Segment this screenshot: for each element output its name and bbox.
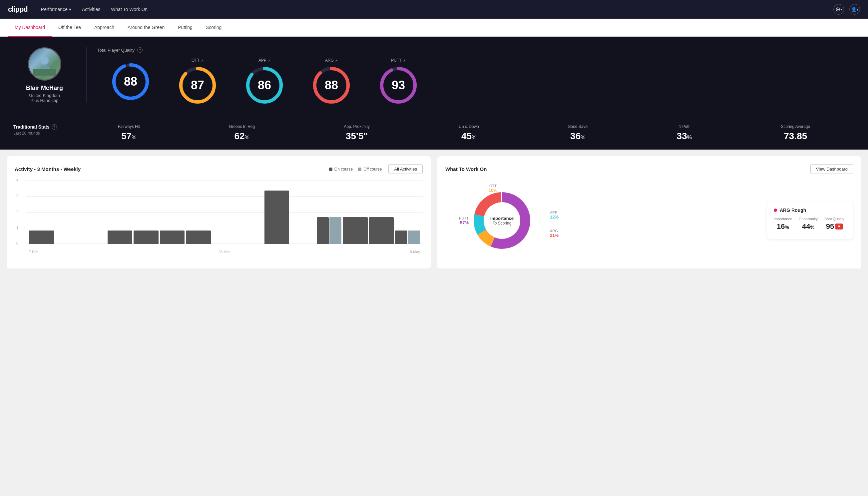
nav-links: Performance ▾ Activities What To Work On bbox=[41, 7, 833, 12]
stat-scoring-average: Scoring Average 73.85 bbox=[781, 124, 810, 142]
stats-help-icon[interactable]: ? bbox=[52, 124, 57, 129]
add-dropdown-icon: ▾ bbox=[840, 7, 842, 11]
stats-items: Fairways Hit 57% Greens In Reg 62% App. … bbox=[73, 124, 855, 142]
scores-section: Total Player Quality ? 88 bbox=[86, 47, 855, 105]
user-menu-button[interactable]: 👤 ▾ bbox=[849, 4, 860, 15]
donut-chart: Importance To Scoring bbox=[469, 187, 535, 254]
bottom-panels: Activity - 3 Months - Weekly On course O… bbox=[0, 150, 868, 275]
donut-label-app: APP 12% bbox=[550, 211, 558, 219]
activity-panel-header: Activity - 3 Months - Weekly On course O… bbox=[15, 164, 423, 174]
bar-group bbox=[186, 231, 211, 244]
user-icon: 👤 bbox=[851, 7, 857, 12]
stats-bar: Traditional Stats ? Last 20 rounds Fairw… bbox=[0, 116, 868, 150]
nav-performance[interactable]: Performance ▾ bbox=[41, 7, 71, 12]
what-to-work-on-panel: What To Work On View Dashboard PUTT 57% bbox=[437, 156, 861, 268]
metric-opportunity: Opportunity 44% bbox=[799, 217, 818, 231]
score-overall: 88 bbox=[97, 62, 164, 102]
tab-scoring[interactable]: Scoring bbox=[199, 19, 228, 37]
help-icon[interactable]: ? bbox=[137, 47, 143, 52]
bar-group bbox=[369, 217, 394, 244]
player-name: Blair McHarg bbox=[26, 84, 63, 92]
hero-section: Blair McHarg United Kingdom Plus Handica… bbox=[0, 37, 868, 116]
stat-sand-save: Sand Save 36% bbox=[568, 124, 587, 142]
wtwon-panel-header: What To Work On View Dashboard bbox=[445, 164, 853, 174]
scores-title: Total Player Quality bbox=[97, 48, 135, 52]
bar-chart: 4 3 2 1 0 7 Feb 28 Mar 9 May bbox=[15, 181, 423, 254]
info-card-title: ARG Rough bbox=[780, 207, 806, 213]
nav-activities[interactable]: Activities bbox=[82, 7, 100, 12]
info-card-header: ARG Rough bbox=[774, 207, 846, 213]
player-card: Blair McHarg United Kingdom Plus Handica… bbox=[13, 47, 86, 103]
logo[interactable]: clippd bbox=[8, 5, 28, 14]
app-arrow-icon: ↗ bbox=[268, 59, 270, 62]
score-rings: 88 OTT ↗ 87 bbox=[97, 58, 855, 105]
off-course-dot bbox=[358, 168, 361, 171]
bar-group bbox=[343, 217, 368, 244]
score-app: APP ↗ 86 bbox=[231, 58, 298, 105]
app-score: 86 bbox=[258, 78, 271, 92]
svg-point-0 bbox=[41, 57, 49, 65]
ott-arrow-icon: ↗ bbox=[201, 59, 204, 62]
score-putt: PUTT ↗ 93 bbox=[365, 58, 432, 105]
player-country: United Kingdom bbox=[29, 93, 60, 98]
bar-group bbox=[265, 190, 289, 244]
svg-rect-2 bbox=[33, 69, 56, 76]
donut-label-ott: OTT 10% bbox=[489, 184, 497, 193]
wtwon-panel-title: What To Work On bbox=[445, 166, 487, 172]
traditional-stats-label: Traditional Stats bbox=[13, 124, 50, 129]
stats-label-section: Traditional Stats ? Last 20 rounds bbox=[13, 124, 73, 136]
bar-group bbox=[108, 231, 132, 244]
score-arg: ARG ↗ 88 bbox=[298, 58, 365, 105]
all-activities-button[interactable]: All Activities bbox=[388, 164, 423, 174]
info-card: ARG Rough Importance 16% Opportunity 44% bbox=[767, 202, 853, 239]
avatar-image bbox=[33, 52, 56, 76]
legend-off-course: Off course bbox=[358, 167, 382, 172]
bar-group bbox=[160, 231, 185, 244]
view-dashboard-button[interactable]: View Dashboard bbox=[810, 164, 853, 174]
score-ott: OTT ↗ 87 bbox=[164, 58, 231, 105]
donut-label-putt: PUTT 57% bbox=[445, 216, 469, 225]
stat-app-proximity: App. Proximity 35'5" bbox=[344, 124, 370, 142]
ott-score: 87 bbox=[191, 78, 204, 92]
donut-center: Importance To Scoring bbox=[490, 216, 514, 226]
nav-right: ⊕ ▾ 👤 ▾ bbox=[833, 4, 860, 15]
donut-label-arg: ARG 21% bbox=[550, 229, 558, 238]
info-card-metrics: Importance 16% Opportunity 44% Shot Qual… bbox=[774, 217, 846, 231]
on-course-dot bbox=[329, 168, 332, 171]
bars-container bbox=[26, 181, 423, 244]
metric-importance: Importance 16% bbox=[774, 217, 792, 231]
activity-panel-title: Activity - 3 Months - Weekly bbox=[15, 166, 81, 172]
activity-legend: On course Off course bbox=[329, 167, 382, 172]
arg-arrow-icon: ↗ bbox=[335, 59, 338, 62]
legend-on-course: On course bbox=[329, 167, 353, 172]
player-handicap: Plus Handicap bbox=[31, 98, 59, 103]
shot-quality-badge: ▼ bbox=[835, 223, 843, 230]
tab-putting[interactable]: Putting bbox=[171, 19, 199, 37]
putt-arrow-icon: ↗ bbox=[403, 59, 406, 62]
tab-bar: My Dashboard Off the Tee Approach Around… bbox=[0, 19, 868, 37]
top-nav: clippd Performance ▾ Activities What To … bbox=[0, 0, 868, 19]
stat-fairways-hit: Fairways Hit 57% bbox=[118, 124, 140, 142]
overall-score: 88 bbox=[124, 75, 137, 89]
logo-d: d bbox=[23, 5, 27, 13]
stat-1-putt: 1 Putt 33% bbox=[677, 124, 692, 142]
tab-off-the-tee[interactable]: Off the Tee bbox=[52, 19, 88, 37]
bar-group bbox=[133, 231, 159, 244]
activity-panel: Activity - 3 Months - Weekly On course O… bbox=[7, 156, 431, 268]
donut-section: PUTT 57% Impo bbox=[445, 181, 853, 261]
avatar bbox=[28, 47, 61, 81]
stat-up-and-down: Up & Down 45% bbox=[459, 124, 479, 142]
stat-greens-in-reg: Greens In Reg 62% bbox=[229, 124, 255, 142]
nav-what-to-work-on[interactable]: What To Work On bbox=[111, 7, 147, 12]
logo-clip: clipp bbox=[8, 5, 23, 13]
tab-my-dashboard[interactable]: My Dashboard bbox=[8, 19, 52, 37]
tab-approach[interactable]: Approach bbox=[88, 19, 121, 37]
arg-score: 88 bbox=[325, 78, 338, 92]
bar-group bbox=[395, 231, 420, 244]
stats-sublabel: Last 20 rounds bbox=[13, 131, 73, 136]
putt-score: 93 bbox=[392, 78, 405, 92]
add-button[interactable]: ⊕ ▾ bbox=[833, 4, 844, 15]
bar-group bbox=[317, 217, 342, 244]
tab-around-the-green[interactable]: Around the Green bbox=[121, 19, 171, 37]
info-card-dot bbox=[774, 208, 777, 212]
